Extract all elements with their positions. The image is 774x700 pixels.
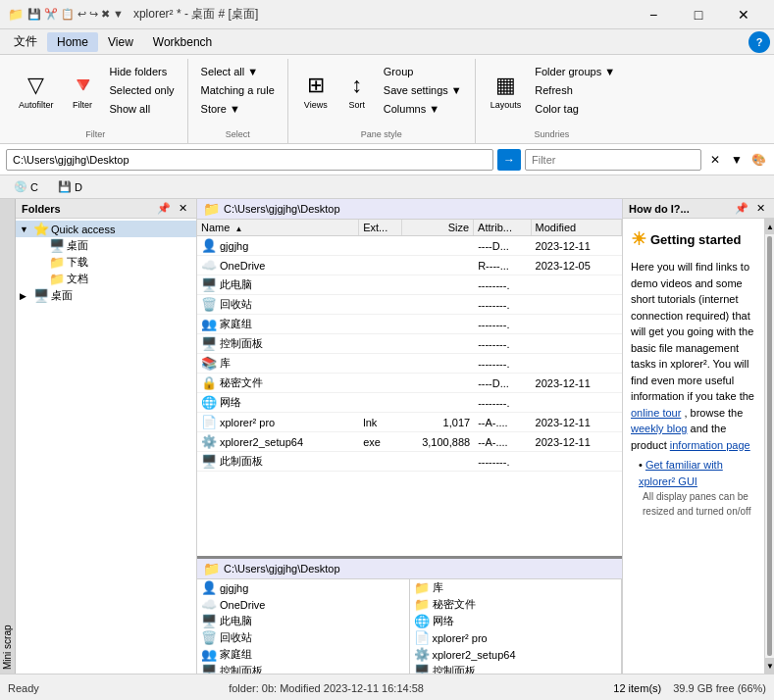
- table-row[interactable]: ☁️ OneDrive R----... 2023-12-05: [197, 256, 622, 275]
- filter-color-button[interactable]: 🎨: [748, 149, 768, 171]
- list-item[interactable]: 🌐网络: [410, 613, 622, 629]
- toolbar-icon-1[interactable]: 💾: [27, 8, 41, 21]
- table-row[interactable]: 🌐 网络 --------.: [197, 393, 622, 413]
- toolbar-icon-6[interactable]: ✖: [101, 8, 110, 21]
- pane-style-group-label: Pane style: [296, 127, 467, 143]
- folders-pane-close[interactable]: ✕: [176, 201, 190, 216]
- col-header-modified[interactable]: Modified: [532, 220, 622, 235]
- store-button[interactable]: Store ▼: [196, 100, 280, 118]
- selected-only-button[interactable]: Selected only: [105, 81, 180, 99]
- list-item[interactable]: 🖥️此电脑: [197, 613, 409, 629]
- layouts-button[interactable]: ▦ Layouts: [484, 59, 529, 124]
- menu-file[interactable]: 文件: [4, 30, 47, 53]
- list-item[interactable]: 📁秘密文件: [410, 596, 622, 613]
- tree-desktop-2[interactable]: ▶ 🖥️ 桌面: [16, 287, 196, 304]
- select-col: Select all ▼ Matching a rule Store ▼: [196, 59, 280, 118]
- table-row[interactable]: 👥 家庭组 --------.: [197, 315, 622, 334]
- folder-groups-arrow: ▼: [604, 66, 615, 77]
- scroll-thumb[interactable]: [767, 236, 772, 656]
- file-size: [402, 363, 474, 365]
- pane-style-col: Group Save settings ▼ Columns ▼: [379, 59, 467, 118]
- filter-button[interactable]: 🔻 Filter: [63, 59, 103, 124]
- right-panel-pin[interactable]: 📌: [732, 201, 751, 216]
- table-row[interactable]: 📄 xplorer² pro lnk 1,017 --A-.... 2023-1…: [197, 413, 622, 432]
- table-row[interactable]: ⚙️ xplorer2_setup64 exe 3,100,888 --A-..…: [197, 432, 622, 452]
- autofilter-button[interactable]: ▽ Autofilter: [12, 59, 61, 124]
- menu-workbench[interactable]: Workbench: [143, 32, 222, 52]
- columns-button[interactable]: Columns ▼: [379, 100, 467, 118]
- table-row[interactable]: 🗑️ 回收站 --------.: [197, 295, 622, 315]
- scroll-up-button[interactable]: ▲: [765, 219, 774, 234]
- folder-groups-button[interactable]: Folder groups ▼: [530, 63, 620, 80]
- toolbar-icon-5[interactable]: ↪: [89, 8, 98, 21]
- tree-desktop-1[interactable]: 🖥️ 桌面: [16, 237, 196, 254]
- minimize-button[interactable]: −: [631, 0, 676, 29]
- table-row[interactable]: 🖥️ 此电脑 --------.: [197, 275, 622, 295]
- list-item[interactable]: 📁库: [410, 579, 622, 596]
- ribbon: ▽ Autofilter 🔻 Filter Hide folders Selec…: [0, 55, 774, 144]
- filter-clear-button[interactable]: ✕: [705, 149, 725, 171]
- menu-view[interactable]: View: [98, 32, 143, 52]
- mini-scrap[interactable]: Mini scrap: [0, 199, 16, 674]
- file-name: 库: [220, 356, 231, 371]
- list-item[interactable]: 👤gjgjhg: [197, 579, 409, 596]
- tree-quick-access[interactable]: ▼ ⭐ Quick access: [16, 221, 196, 237]
- list-item[interactable]: 🗑️回收站: [197, 629, 409, 646]
- folders-pane-pin[interactable]: 📌: [154, 201, 174, 216]
- list-item[interactable]: 📄xplorer² pro: [410, 629, 622, 646]
- refresh-button[interactable]: Refresh: [530, 81, 620, 99]
- toolbar-icon-2[interactable]: ✂️: [44, 8, 58, 21]
- col-header-ext[interactable]: Ext...: [359, 220, 402, 235]
- intro-text: Here you will find links to demo videos …: [631, 261, 754, 402]
- tab-bar: 💿 C 💾 D: [0, 175, 774, 199]
- right-panel-close[interactable]: ✕: [753, 201, 768, 216]
- tree-downloads[interactable]: 📁 下载: [16, 254, 196, 271]
- color-tag-button[interactable]: Color tag: [530, 100, 620, 118]
- get-familiar-link[interactable]: Get familiar with xplorer² GUI: [639, 459, 723, 487]
- show-all-button[interactable]: Show all: [105, 100, 180, 118]
- views-button[interactable]: ⊞ Views: [296, 59, 335, 124]
- col-header-attrib[interactable]: Attrib...: [474, 220, 531, 235]
- list-item[interactable]: ☁️OneDrive: [197, 596, 409, 613]
- refresh-label: Refresh: [535, 84, 573, 96]
- list-item[interactable]: ⚙️xplorer2_setup64: [410, 646, 622, 663]
- hide-folders-button[interactable]: Hide folders: [105, 63, 180, 80]
- table-row[interactable]: 🖥️ 此制面板 --------.: [197, 452, 622, 472]
- file-modified: [532, 363, 622, 365]
- bottom-item-icon: 🖥️: [414, 664, 430, 674]
- tab-c[interactable]: 💿 C: [6, 178, 46, 195]
- save-settings-button[interactable]: Save settings ▼: [379, 81, 467, 99]
- help-button[interactable]: ?: [748, 31, 770, 53]
- col-header-size[interactable]: Size: [402, 220, 474, 235]
- online-tour-link[interactable]: online tour: [631, 407, 681, 419]
- close-button[interactable]: ✕: [721, 0, 766, 29]
- menu-home[interactable]: Home: [47, 32, 98, 52]
- table-row[interactable]: 👤 gjgjhg ----D... 2023-12-11: [197, 236, 622, 256]
- col-header-name[interactable]: Name ▲: [197, 220, 359, 235]
- list-item[interactable]: 👥家庭组: [197, 646, 409, 663]
- filter-options-button[interactable]: ▼: [727, 149, 747, 171]
- address-go-button[interactable]: →: [497, 149, 521, 171]
- sort-button[interactable]: ↕ Sort: [337, 59, 377, 124]
- scroll-down-button[interactable]: ▼: [765, 658, 774, 674]
- list-item[interactable]: 🖥️控制面板: [410, 663, 622, 674]
- select-all-button[interactable]: Select all ▼: [196, 63, 280, 80]
- toolbar-icon-3[interactable]: 📋: [61, 8, 75, 21]
- filter-input[interactable]: [525, 149, 701, 171]
- table-row[interactable]: 📚 库 --------.: [197, 354, 622, 374]
- group-button[interactable]: Group: [379, 63, 467, 80]
- maximize-button[interactable]: □: [676, 0, 721, 29]
- table-row[interactable]: 🖥️ 控制面板 --------.: [197, 334, 622, 354]
- info-page-link[interactable]: information page: [670, 439, 750, 451]
- toolbar-icon-4[interactable]: ↩: [77, 8, 86, 21]
- tree-documents[interactable]: 📁 文档: [16, 271, 196, 287]
- bottom-col-2: 📁库📁秘密文件🌐网络📄xplorer² pro⚙️xplorer2_setup6…: [410, 579, 623, 674]
- table-row[interactable]: 🔒 秘密文件 ----D... 2023-12-11: [197, 374, 622, 393]
- layouts-icon: ▦: [495, 73, 516, 98]
- tab-d[interactable]: 💾 D: [50, 178, 90, 195]
- matching-rule-button[interactable]: Matching a rule: [196, 81, 280, 99]
- toolbar-dropdown[interactable]: ▼: [113, 8, 124, 21]
- list-item[interactable]: 🖥️控制面板: [197, 663, 409, 674]
- address-input[interactable]: [6, 149, 493, 171]
- weekly-blog-link[interactable]: weekly blog: [631, 423, 687, 434]
